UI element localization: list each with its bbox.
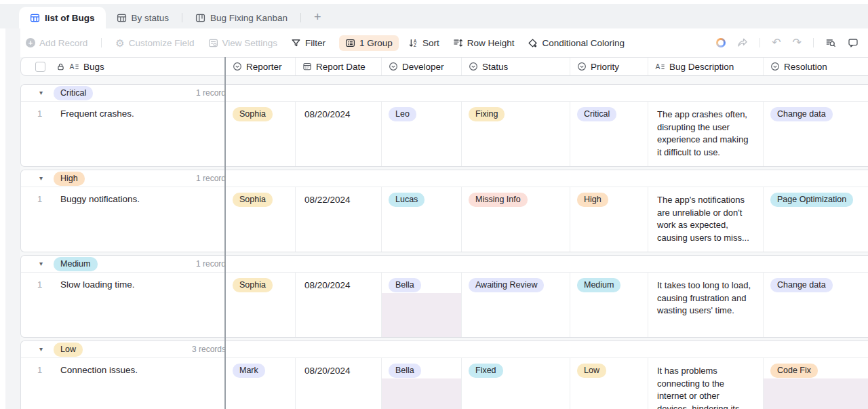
redo-icon[interactable]: ↷ xyxy=(793,37,802,48)
column-header-reporter[interactable]: Reporter xyxy=(226,58,296,75)
group-block-medium: ▾ Medium 1 record 1 Slow loading time. S… xyxy=(20,255,868,338)
search-in-view-icon[interactable] xyxy=(825,37,836,48)
status-tag: Fixed xyxy=(469,364,503,378)
toolbar-divider xyxy=(813,38,814,47)
column-header-status[interactable]: Status xyxy=(462,58,570,75)
cell-developer[interactable]: Bella xyxy=(382,358,462,409)
group-record-count: 1 record xyxy=(135,174,226,183)
view-tab-bar: list of Bugs By status Bug Fixing Kanban… xyxy=(0,0,868,28)
filter-button[interactable]: Filter xyxy=(291,38,326,48)
cell-report-date[interactable]: 08/20/2024 xyxy=(296,358,382,409)
cell-reporter[interactable]: Sophia xyxy=(226,187,296,252)
cell-resolution[interactable]: Code Fix xyxy=(764,358,868,409)
svg-text:A: A xyxy=(655,63,660,71)
cell-developer[interactable]: Leo xyxy=(382,102,462,166)
cell-priority[interactable]: Critical xyxy=(570,102,648,166)
cell-resolution[interactable]: Page Optimization xyxy=(764,187,868,252)
cell-bugs[interactable]: 1 Buggy notifications. xyxy=(21,187,226,252)
customize-field-button[interactable]: ⚙ Customize Field xyxy=(115,38,194,48)
group-header: ▾ Critical 1 record xyxy=(21,85,868,102)
cell-developer[interactable]: Bella xyxy=(382,273,462,337)
collapse-icon[interactable]: ▾ xyxy=(39,175,43,182)
collapse-icon[interactable]: ▾ xyxy=(39,260,43,267)
cell-priority[interactable]: High xyxy=(570,187,648,252)
lock-icon xyxy=(56,62,65,71)
view-settings-icon xyxy=(208,38,218,48)
cell-bugs[interactable]: 1 Connection issues. xyxy=(21,358,226,409)
cell-resolution[interactable]: Change data xyxy=(764,273,868,337)
row-height-button[interactable]: Row Height xyxy=(453,38,515,48)
select-field-icon xyxy=(469,62,478,71)
conditional-color-fill xyxy=(764,378,868,409)
cell-status[interactable]: Missing Info xyxy=(462,187,570,252)
group-header: ▾ Low 3 records xyxy=(21,341,868,358)
select-field-icon xyxy=(389,62,398,71)
view-settings-button[interactable]: View Settings xyxy=(208,38,278,48)
cell-status[interactable]: Awaiting Review xyxy=(462,273,570,337)
group-name-tag[interactable]: Medium xyxy=(54,257,97,271)
cell-bug-description[interactable]: It takes too long to load, causing frust… xyxy=(648,273,764,337)
column-header-bugs[interactable]: A Bugs xyxy=(21,58,226,75)
comment-icon[interactable] xyxy=(848,37,859,48)
sort-button[interactable]: A Z Sort xyxy=(408,38,439,48)
bug-title: Frequent crashes. xyxy=(60,109,134,119)
cell-resolution[interactable]: Change data xyxy=(764,102,868,166)
priority-tag: Critical xyxy=(577,107,616,121)
group-block-high: ▾ High 1 record 1 Buggy notifications. S… xyxy=(20,170,868,252)
tab-by-status[interactable]: By status xyxy=(106,7,180,28)
share-icon[interactable] xyxy=(737,37,748,48)
cell-bug-description[interactable]: It has problems connecting to the intern… xyxy=(648,358,764,409)
text-field-icon: A xyxy=(69,62,79,72)
tab-label: By status xyxy=(132,13,170,23)
tab-list-of-bugs[interactable]: list of Bugs xyxy=(19,7,106,28)
automation-status-icon[interactable] xyxy=(716,38,726,47)
toolbar-divider xyxy=(101,38,102,47)
cell-bug-description[interactable]: The app crashes often, disrupting the us… xyxy=(648,102,764,166)
cell-report-date[interactable]: 08/22/2024 xyxy=(296,187,382,252)
column-header-priority[interactable]: Priority xyxy=(570,58,648,75)
column-header-resolution[interactable]: Resolution xyxy=(764,58,868,75)
column-header-developer[interactable]: Developer xyxy=(382,58,462,75)
cell-developer[interactable]: Lucas xyxy=(382,187,462,252)
left-gutter xyxy=(5,28,20,409)
date-value: 08/20/2024 xyxy=(304,280,351,290)
group-header: ▾ High 1 record xyxy=(21,170,868,187)
cell-report-date[interactable]: 08/20/2024 xyxy=(296,273,382,337)
cell-reporter[interactable]: Mark xyxy=(226,358,296,409)
cell-priority[interactable]: Low xyxy=(570,358,648,409)
add-view-button[interactable]: + xyxy=(314,11,321,23)
conditional-coloring-button[interactable]: Conditional Coloring xyxy=(528,38,625,48)
group-button[interactable]: 1 Group xyxy=(339,35,399,51)
cell-reporter[interactable]: Sophia xyxy=(226,273,296,337)
undo-icon[interactable]: ↶ xyxy=(772,37,781,48)
group-name-tag[interactable]: Low xyxy=(54,343,83,357)
column-header-bug-description[interactable]: A Bug Description xyxy=(648,58,764,75)
cell-status[interactable]: Fixed xyxy=(462,358,570,409)
priority-tag: High xyxy=(577,193,608,207)
tab-bug-fixing-kanban[interactable]: Bug Fixing Kanban xyxy=(184,7,298,28)
frozen-column-divider[interactable] xyxy=(224,57,226,409)
collapse-icon[interactable]: ▾ xyxy=(39,346,43,353)
column-header-report-date[interactable]: Report Date xyxy=(296,58,382,75)
toolbar-right: ↶ ↷ xyxy=(716,28,859,57)
cell-reporter[interactable]: Sophia xyxy=(226,102,296,166)
cell-priority[interactable]: Medium xyxy=(570,273,648,337)
select-field-icon xyxy=(577,62,587,71)
group-name-tag[interactable]: High xyxy=(54,172,85,186)
add-record-button[interactable]: + Add Record xyxy=(26,38,87,48)
cell-bugs[interactable]: 1 Slow loading time. xyxy=(21,273,226,337)
cell-status[interactable]: Fixing xyxy=(462,102,570,166)
conditional-color-fill xyxy=(382,293,461,337)
text-field-icon: A xyxy=(655,62,665,72)
calendar-icon xyxy=(302,62,312,71)
select-field-icon xyxy=(770,62,780,71)
group-icon xyxy=(345,38,355,48)
select-all-checkbox[interactable] xyxy=(35,62,45,72)
collapse-icon[interactable]: ▾ xyxy=(39,90,43,96)
grid-view-icon xyxy=(30,13,40,23)
cell-report-date[interactable]: 08/20/2024 xyxy=(296,102,382,166)
cell-bugs[interactable]: 1 Frequent crashes. xyxy=(21,102,226,166)
priority-tag: Low xyxy=(577,364,606,378)
cell-bug-description[interactable]: The app's notifications are unreliable o… xyxy=(648,187,764,252)
group-name-tag[interactable]: Critical xyxy=(54,86,93,100)
